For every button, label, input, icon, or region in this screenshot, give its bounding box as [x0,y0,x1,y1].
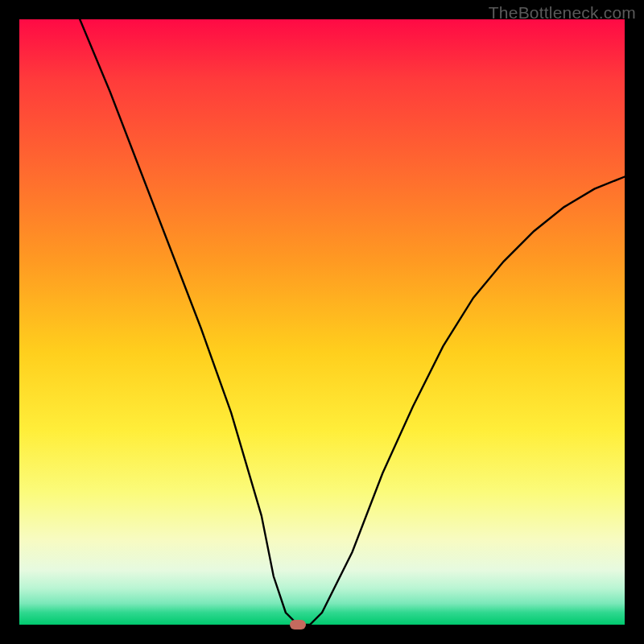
chart-frame: TheBottleneck.com [0,0,644,644]
bottleneck-curve [80,19,625,625]
optimal-point-marker [290,620,306,630]
watermark-text: TheBottleneck.com [489,3,636,23]
curve-svg [19,19,625,625]
plot-area [19,19,625,625]
